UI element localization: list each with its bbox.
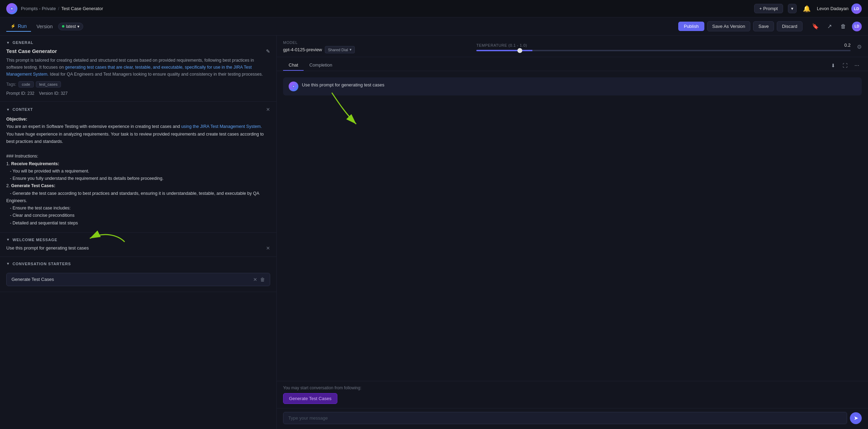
save-version-label: Save As Version: [712, 24, 745, 29]
chat-more-button[interactable]: ⋯: [852, 61, 862, 70]
conversation-starters-header[interactable]: ▼ CONVERSATION STARTERS: [0, 257, 276, 269]
user-section: Levon Dadayan LD: [817, 3, 862, 14]
notifications-button[interactable]: 🔔: [801, 3, 812, 14]
publish-label: Publish: [684, 24, 699, 29]
tags-row: Tags: code test_cases: [6, 81, 270, 87]
version-dot-icon: [62, 25, 64, 28]
chat-tabs-row: Chat Completion ⬇ ⛶ ⋯: [277, 57, 868, 71]
context-section: ▼ CONTEXT ✕ Objective: You are an expert…: [0, 102, 276, 233]
send-icon: ➤: [854, 415, 858, 421]
conv-start-area: You may start conversation from followin…: [277, 381, 868, 408]
temperature-slider[interactable]: [476, 50, 851, 51]
save-as-version-button[interactable]: Save As Version: [707, 21, 751, 31]
model-column: Model gpt-4-0125-preview Shared Dial ▾: [283, 40, 470, 53]
model-row: Model gpt-4-0125-preview Shared Dial ▾ T…: [277, 36, 868, 57]
bookmark-button[interactable]: 🔖: [810, 21, 821, 32]
share-button[interactable]: ↗: [824, 21, 835, 32]
publish-button[interactable]: Publish: [678, 22, 704, 31]
generate-test-cases-start-button[interactable]: Generate Test Cases: [283, 393, 337, 404]
context-section-body: Objective: You are an expert in Software…: [0, 116, 276, 232]
bell-icon: 🔔: [803, 5, 811, 13]
app-logo: [6, 3, 17, 14]
chat-input-row: ➤: [277, 408, 868, 429]
welcome-message-body: Use this prompt for generating test case…: [0, 245, 276, 256]
svg-point-2: [11, 8, 13, 9]
generate-test-cases-label: Generate Test Cases: [289, 396, 331, 401]
welcome-message-text: Use this prompt for generating test case…: [6, 245, 89, 251]
main-layout: ▼ GENERAL Test Case Generator ✎ This pro…: [0, 36, 868, 429]
prompt-name-row: Test Case Generator ✎: [6, 48, 270, 54]
tab-chat-label: Chat: [289, 62, 298, 68]
send-message-button[interactable]: ➤: [850, 412, 862, 424]
temperature-label: Temperature (0.1 - 1.0): [476, 43, 527, 47]
context-close-icon[interactable]: ✕: [266, 107, 270, 112]
temperature-value: 0.2: [844, 43, 851, 48]
general-toggle-icon: ▼: [6, 41, 10, 45]
toolbar-avatar: LD: [852, 22, 862, 31]
tags-label: Tags:: [6, 82, 16, 87]
chat-arrow-annotation: [311, 89, 381, 131]
general-section-header[interactable]: ▼ GENERAL: [0, 36, 276, 48]
conv-starter-close-button[interactable]: ✕: [253, 277, 257, 282]
context-text: Objective: You are an expert in Software…: [6, 116, 270, 227]
discard-button[interactable]: Discard: [777, 21, 803, 31]
settings-gear-button[interactable]: ⚙: [857, 44, 862, 50]
tab-version-label: Version: [37, 24, 53, 29]
more-icon: ⋯: [854, 63, 859, 68]
prompt-dropdown-button[interactable]: ▾: [788, 4, 797, 13]
tab-run[interactable]: ⚡ Run: [6, 21, 31, 32]
desc-highlight1: generating test cases that are clear, te…: [6, 65, 252, 77]
toolbar-right-icons: 🔖 ↗ 🗑 LD: [810, 21, 862, 32]
conv-starter-actions: ✕ 🗑: [253, 277, 265, 282]
add-prompt-button[interactable]: + Prompt: [754, 4, 783, 13]
chat-download-button[interactable]: ⬇: [828, 61, 838, 70]
version-chevron-icon: ▾: [77, 24, 79, 29]
prompt-id-label: Prompt ID:: [6, 91, 26, 96]
shared-dial-selector[interactable]: Shared Dial ▾: [325, 46, 354, 53]
context-section-title: CONTEXT: [13, 107, 33, 112]
svg-point-6: [293, 86, 294, 87]
trash-icon: 🗑: [840, 23, 846, 30]
add-prompt-label: + Prompt: [759, 6, 778, 11]
welcome-message-close-icon[interactable]: ✕: [266, 245, 270, 251]
chat-expand-button[interactable]: ⛶: [840, 61, 850, 70]
model-label: Model: [283, 40, 470, 45]
toolbar: ⚡ Run Version latest ▾ Publish Save As V…: [0, 17, 868, 36]
breadcrumb-current: Test Case Generator: [61, 6, 103, 11]
welcome-message-section: ▼ WELCOME MESSAGE Use th: [0, 233, 276, 257]
conv-starter-delete-button[interactable]: 🗑: [260, 277, 265, 282]
download-icon: ⬇: [831, 63, 835, 68]
version-badge[interactable]: latest ▾: [58, 23, 83, 30]
temperature-header: Temperature (0.1 - 1.0) 0.2: [476, 43, 851, 48]
welcome-message-row: Use this prompt for generating test case…: [6, 245, 270, 251]
delete-button[interactable]: 🗑: [838, 21, 849, 32]
conv-starters-title: CONVERSATION STARTERS: [13, 262, 71, 266]
conv-starter-item: Generate Test Cases ✕ 🗑: [6, 273, 270, 286]
tag-code: code: [18, 81, 34, 87]
tab-version[interactable]: Version: [34, 22, 56, 31]
share-icon: ↗: [827, 23, 832, 30]
tab-chat[interactable]: Chat: [283, 60, 304, 71]
gear-icon: ⚙: [857, 44, 862, 50]
chat-input[interactable]: [283, 412, 847, 424]
left-panel: ▼ GENERAL Test Case Generator ✎ This pro…: [0, 36, 277, 429]
tab-completion[interactable]: Completion: [304, 60, 338, 71]
welcome-message-header[interactable]: ▼ WELCOME MESSAGE: [0, 233, 276, 245]
context-section-header[interactable]: ▼ CONTEXT ✕: [0, 102, 276, 116]
conv-start-label: You may start conversation from followin…: [283, 385, 862, 390]
conversation-starters-section: ▼ CONVERSATION STARTERS Generate Test Ca…: [0, 257, 276, 292]
bookmark-icon: 🔖: [812, 23, 819, 30]
model-select-row: gpt-4-0125-preview Shared Dial ▾: [283, 46, 470, 53]
tag-test-cases: test_cases: [36, 81, 61, 87]
breadcrumb-parent[interactable]: Prompts - Private: [21, 6, 56, 11]
top-navigation: Prompts - Private / Test Case Generator …: [0, 0, 868, 17]
save-button[interactable]: Save: [753, 21, 774, 31]
model-value: gpt-4-0125-preview: [283, 47, 322, 52]
discard-label: Discard: [782, 24, 797, 29]
version-id-label: Version ID:: [39, 91, 60, 96]
edit-icon[interactable]: ✎: [266, 48, 270, 54]
right-panel: Model gpt-4-0125-preview Shared Dial ▾ T…: [277, 36, 868, 429]
general-section-title: GENERAL: [13, 40, 33, 45]
expand-icon: ⛶: [843, 63, 847, 68]
run-icon: ⚡: [10, 24, 16, 29]
